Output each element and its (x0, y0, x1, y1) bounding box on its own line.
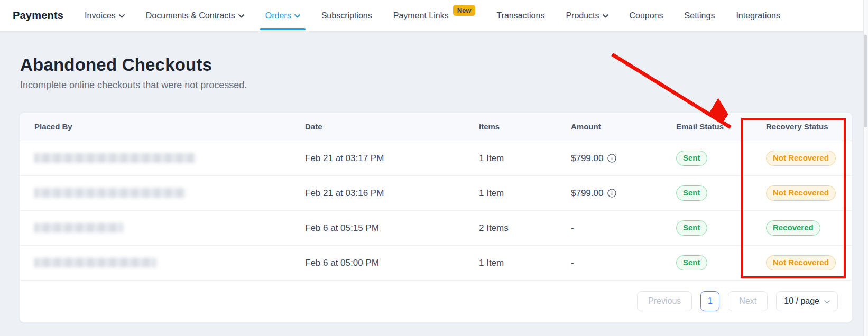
email-status-badge: Sent (676, 185, 707, 201)
nav-item-label: Documents & Contracts (146, 11, 235, 21)
nav-item-label: Orders (265, 11, 291, 21)
column-header-recovery-status: Recovery Status (742, 122, 852, 131)
nav-item-label: Integrations (736, 11, 780, 21)
nav-item-products[interactable]: Products (566, 0, 608, 31)
nav-item-integrations[interactable]: Integrations (736, 0, 780, 31)
info-icon[interactable] (607, 154, 616, 163)
amount-cell: $799.00 (571, 153, 676, 164)
page-subtitle: Incomplete online checkouts that were no… (20, 80, 868, 91)
nav-item-invoices[interactable]: Invoices (85, 0, 125, 31)
table-row[interactable]: Feb 6 at 05:00 PM 1 Item - Sent Not Reco… (20, 246, 852, 281)
email-status-badge: Sent (676, 255, 707, 270)
table-body: Feb 21 at 03:17 PM 1 Item $799.00 Sent N… (20, 141, 852, 281)
pagination-bar: Previous 1 Next 10 / page (20, 281, 852, 322)
table-row[interactable]: Feb 21 at 03:17 PM 1 Item $799.00 Sent N… (20, 141, 852, 176)
column-header-date: Date (305, 122, 479, 131)
nav-item-orders[interactable]: Orders (265, 0, 300, 31)
nav-item-settings[interactable]: Settings (685, 0, 715, 31)
nav-item-documents-contracts[interactable]: Documents & Contracts (146, 0, 244, 31)
column-header-email-status: Email Status (676, 122, 742, 131)
amount-cell: - (571, 258, 676, 268)
page-title: Abandoned Checkouts (20, 55, 868, 75)
table-row[interactable]: Feb 21 at 03:16 PM 1 Item $799.00 Sent N… (20, 176, 852, 211)
nav-item-label: Transactions (496, 11, 544, 21)
placed-by-cell (20, 258, 305, 268)
date-cell: Feb 6 at 05:00 PM (305, 258, 479, 268)
next-page-button[interactable]: Next (728, 291, 768, 311)
redacted-text (34, 188, 186, 198)
items-cell: 1 Item (479, 153, 571, 164)
items-cell: 2 Items (479, 223, 571, 234)
table-row[interactable]: Feb 6 at 05:15 PM 2 Items - Sent Recover… (20, 211, 852, 246)
previous-page-button[interactable]: Previous (637, 291, 692, 311)
nav-item-label: Invoices (85, 11, 116, 21)
recovery-status-badge: Not Recovered (766, 255, 836, 270)
email-status-badge: Sent (676, 151, 707, 166)
nav-item-label: Payment Links (393, 11, 449, 21)
redacted-text (34, 258, 156, 268)
recovery-status-cell: Recovered (742, 220, 852, 236)
new-badge: New (453, 5, 476, 16)
recovery-status-badge: Not Recovered (766, 151, 836, 166)
amount-value: $799.00 (571, 188, 603, 199)
placed-by-cell (20, 188, 305, 198)
placed-by-cell (20, 153, 305, 163)
chevron-down-icon (603, 14, 608, 18)
info-icon[interactable] (607, 189, 616, 198)
nav-item-label: Subscriptions (321, 11, 372, 21)
page-size-select[interactable]: 10 / page (776, 291, 838, 311)
email-status-cell: Sent (676, 151, 742, 166)
redacted-text (34, 153, 195, 163)
nav-list: Invoices Documents & Contracts Orders Su… (85, 0, 780, 31)
column-header-items: Items (479, 122, 571, 131)
scrollbar-thumb[interactable] (864, 35, 867, 127)
date-cell: Feb 21 at 03:16 PM (305, 188, 479, 199)
date-cell: Feb 21 at 03:17 PM (305, 153, 479, 164)
nav-item-coupons[interactable]: Coupons (630, 0, 663, 31)
nav-item-payment-links[interactable]: Payment Links New (393, 0, 476, 31)
chevron-down-icon (824, 300, 830, 304)
nav-item-label: Products (566, 11, 599, 21)
recovery-status-badge: Not Recovered (766, 185, 836, 201)
recovery-status-badge: Recovered (766, 220, 820, 236)
abandoned-checkouts-table-card: Placed ByDateItemsAmountEmail StatusReco… (19, 112, 853, 323)
amount-value: $799.00 (571, 153, 603, 164)
recovery-status-cell: Not Recovered (742, 151, 852, 166)
date-cell: Feb 6 at 05:15 PM (305, 223, 479, 234)
chevron-down-icon (294, 14, 300, 18)
top-navigation: Payments Invoices Documents & Contracts … (0, 0, 868, 32)
nav-item-transactions[interactable]: Transactions (496, 0, 544, 31)
chevron-down-icon (119, 14, 125, 18)
abandoned-checkouts-page: Abandoned Checkouts Incomplete online ch… (0, 55, 868, 323)
email-status-cell: Sent (676, 220, 742, 236)
column-header-placed-by: Placed By (20, 122, 305, 131)
nav-item-label: Settings (685, 11, 715, 21)
redacted-text (34, 223, 123, 233)
email-status-cell: Sent (676, 185, 742, 201)
column-header-amount: Amount (571, 122, 676, 131)
nav-item-label: Coupons (630, 11, 663, 21)
scrollbar-track[interactable] (863, 0, 868, 336)
recovery-status-cell: Not Recovered (742, 255, 852, 270)
email-status-badge: Sent (676, 220, 707, 236)
amount-cell: $799.00 (571, 188, 676, 199)
amount-cell: - (571, 223, 676, 234)
items-cell: 1 Item (479, 258, 571, 268)
payments-brand-title: Payments (13, 10, 63, 22)
items-cell: 1 Item (479, 188, 571, 199)
chevron-down-icon (238, 14, 244, 18)
amount-value: - (571, 258, 574, 268)
email-status-cell: Sent (676, 255, 742, 270)
nav-item-subscriptions[interactable]: Subscriptions (321, 0, 372, 31)
page-number-button[interactable]: 1 (700, 291, 719, 311)
table-header-row: Placed ByDateItemsAmountEmail StatusReco… (20, 113, 852, 141)
page-size-value: 10 / page (784, 296, 819, 306)
amount-value: - (571, 223, 574, 234)
placed-by-cell (20, 223, 305, 233)
recovery-status-cell: Not Recovered (742, 185, 852, 201)
